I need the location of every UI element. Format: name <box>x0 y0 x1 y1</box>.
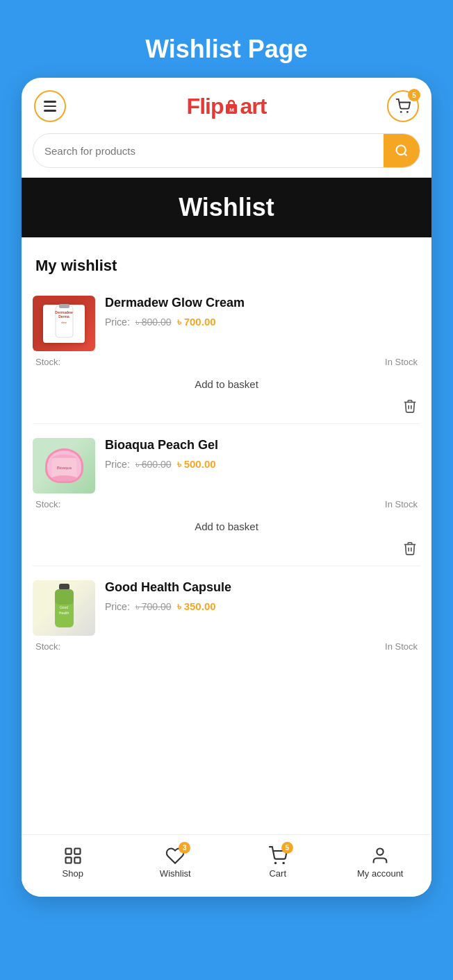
svg-line-5 <box>404 153 407 156</box>
original-price-2: ৳ 600.00 <box>135 459 172 471</box>
item-name-1: Dermadew Glow Cream <box>105 296 420 310</box>
stock-row-3: Stock: In Stock <box>33 639 420 654</box>
nav-item-shop[interactable]: Shop <box>22 846 124 879</box>
phone-card: Flip M art 5 <box>22 78 431 897</box>
add-basket-button-2[interactable]: Add to basket <box>183 518 270 535</box>
svg-text:Good: Good <box>59 605 67 609</box>
delete-button-2[interactable] <box>402 541 418 556</box>
search-bar <box>33 133 420 168</box>
nav-label-wishlist: Wishlist <box>160 868 191 879</box>
wishlist-item-3: Good Health Good Health Capsule Price: ৳… <box>33 575 420 661</box>
svg-text:dew: dew <box>61 321 66 324</box>
menu-button[interactable] <box>34 90 66 122</box>
item-top-3: Good Health Good Health Capsule Price: ৳… <box>33 575 420 639</box>
item-info-3: Good Health Capsule Price: ৳ 700.00 ৳ 35… <box>105 580 420 613</box>
gel-product-svg: Bioaqua <box>47 443 81 489</box>
logo-flip: Flip <box>187 94 224 119</box>
capsule-product-svg: Good Health <box>45 582 83 634</box>
nav-item-wishlist[interactable]: 3 Wishlist <box>124 846 227 879</box>
price-row-2: Price: ৳ 600.00 ৳ 500.00 <box>105 458 420 471</box>
cart-badge: 5 <box>408 89 420 101</box>
product-image-3: Good Health <box>33 580 95 636</box>
add-basket-row-1: Add to basket <box>33 370 420 396</box>
account-icon <box>370 846 390 865</box>
nav-item-cart[interactable]: 5 Cart <box>226 846 329 879</box>
delete-row-1 <box>33 396 420 416</box>
nav-label-shop: Shop <box>63 868 83 879</box>
svg-point-12 <box>51 475 76 480</box>
nav-icon-wishlist: 3 <box>165 846 185 865</box>
delete-row-2 <box>33 538 420 559</box>
svg-rect-14 <box>59 584 69 590</box>
svg-rect-22 <box>74 857 80 863</box>
sale-price-3: ৳ 350.00 <box>177 600 216 613</box>
stock-label-3: Stock: <box>35 641 60 652</box>
logo-art: art <box>240 94 266 119</box>
add-basket-button-1[interactable]: Add to basket <box>183 375 270 393</box>
svg-point-4 <box>397 146 406 155</box>
item-info-1: Dermadew Glow Cream Price: ৳ 800.00 ৳ 70… <box>105 296 420 328</box>
nav-icon-account <box>370 846 390 865</box>
svg-point-23 <box>274 862 277 865</box>
cart-header-button[interactable]: 5 <box>387 90 419 122</box>
stock-label-2: Stock: <box>35 499 60 509</box>
cream-tube-visual: Derma dew <box>43 305 85 343</box>
cart-header-icon <box>395 99 411 114</box>
cream-product-svg: Derma dew <box>49 303 80 344</box>
wishlist-item-2: Bioaqua Bioaqua Peach Gel Price: ৳ 600.0… <box>33 432 420 566</box>
nav-icon-cart: 5 <box>268 846 288 865</box>
svg-rect-19 <box>65 849 71 854</box>
svg-rect-21 <box>65 857 71 863</box>
svg-rect-16 <box>55 589 74 605</box>
original-price-3: ৳ 700.00 <box>135 601 172 613</box>
search-input[interactable] <box>33 137 384 165</box>
stock-row-1: Stock: In Stock <box>33 354 420 370</box>
svg-text:Bioaqua: Bioaqua <box>57 465 72 469</box>
wishlist-section-title: My wishlist <box>22 237 431 282</box>
nav-label-account: My account <box>357 868 403 879</box>
svg-text:Health: Health <box>58 611 69 615</box>
nav-icon-shop <box>63 846 83 865</box>
svg-text:Derma: Derma <box>58 314 69 319</box>
stock-status-3: In Stock <box>385 641 418 652</box>
page-title-area: Wishlist Page <box>145 14 308 78</box>
wishlist-banner: Wishlist <box>22 178 431 237</box>
cart-nav-badge: 5 <box>281 842 293 854</box>
page-title: Wishlist Page <box>145 35 308 64</box>
sale-price-1: ৳ 700.00 <box>177 316 216 328</box>
shop-icon <box>63 846 83 865</box>
stock-status-2: In Stock <box>385 499 418 509</box>
item-top-2: Bioaqua Bioaqua Peach Gel Price: ৳ 600.0… <box>33 432 420 496</box>
item-name-2: Bioaqua Peach Gel <box>105 438 420 453</box>
hamburger-icon <box>44 101 56 112</box>
trash-icon-2 <box>402 541 418 556</box>
search-icon <box>395 144 409 158</box>
svg-point-24 <box>282 862 285 865</box>
svg-point-25 <box>377 849 384 855</box>
sale-price-2: ৳ 500.00 <box>177 458 216 471</box>
svg-rect-20 <box>74 849 80 854</box>
header: Flip M art 5 <box>22 78 431 129</box>
wishlist-item-1: Derma dew Dermadew Glow Cream Price: ৳ 8… <box>33 290 420 424</box>
price-row-1: Price: ৳ 800.00 ৳ 700.00 <box>105 316 420 328</box>
add-basket-row-2: Add to basket <box>33 512 420 538</box>
delete-button-1[interactable] <box>402 398 418 414</box>
trash-icon-1 <box>402 398 418 414</box>
wishlist-nav-badge: 3 <box>179 842 190 854</box>
search-button[interactable] <box>384 134 420 167</box>
stock-label-1: Stock: <box>35 357 60 367</box>
price-label-1: Price: <box>105 316 130 328</box>
item-info-2: Bioaqua Peach Gel Price: ৳ 600.00 ৳ 500.… <box>105 438 420 471</box>
svg-point-3 <box>406 111 409 113</box>
outer-wrapper: Wishlist Page Flip M art 5 <box>0 14 453 980</box>
nav-item-account[interactable]: My account <box>329 846 432 879</box>
wishlist-banner-text: Wishlist <box>179 193 274 221</box>
stock-status-1: In Stock <box>385 357 418 367</box>
logo: Flip M art <box>187 94 267 119</box>
product-image-2: Bioaqua <box>33 438 95 493</box>
bottom-nav: Shop 3 Wishlist 5 <box>22 834 431 897</box>
product-image-1: Derma dew <box>33 296 95 351</box>
gel-jar-visual: Bioaqua <box>45 448 83 483</box>
item-name-3: Good Health Capsule <box>105 580 420 595</box>
price-row-3: Price: ৳ 700.00 ৳ 350.00 <box>105 600 420 613</box>
